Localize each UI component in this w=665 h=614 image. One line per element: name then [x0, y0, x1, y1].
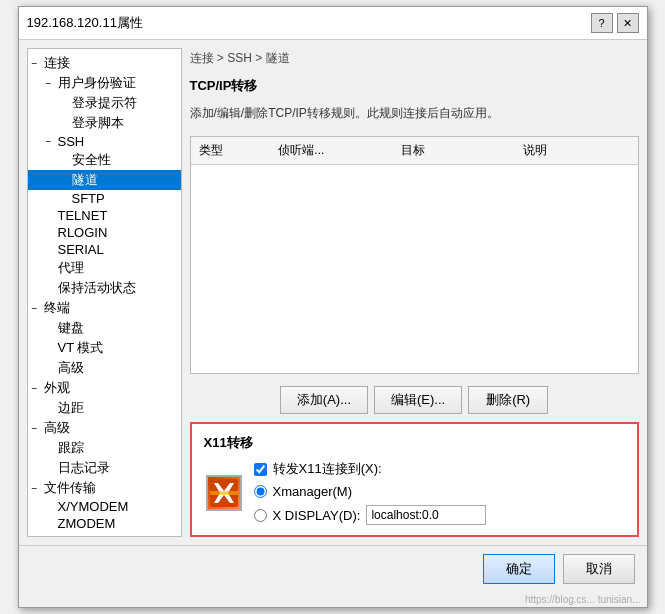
table-header: 类型侦听端...目标说明: [191, 137, 638, 165]
cancel-button[interactable]: 取消: [563, 554, 635, 584]
tree-indent: [32, 441, 46, 456]
tree-indent: [32, 116, 60, 131]
tree-toggle: −: [32, 423, 44, 434]
tree-indent: [32, 173, 60, 188]
tree-item-advanced[interactable]: 高级: [28, 358, 181, 378]
tree-item-serial[interactable]: SERIAL: [28, 241, 181, 258]
tree-toggle: −: [46, 78, 58, 89]
tree-item-sftp[interactable]: SFTP: [28, 190, 181, 207]
tree-indent: [32, 208, 46, 223]
tree-item-tunnel[interactable]: 隧道: [28, 170, 181, 190]
tree-item-label: 日志记录: [58, 459, 110, 477]
tree-item-label: 登录脚本: [72, 114, 124, 132]
tree-indent: [32, 499, 46, 514]
tree-item-connect[interactable]: −连接: [28, 53, 181, 73]
tree-item-keepalive[interactable]: 保持活动状态: [28, 278, 181, 298]
tree-item-vt-mode[interactable]: VT 模式: [28, 338, 181, 358]
tree-item-label: VT 模式: [58, 339, 104, 357]
tree-item-terminal[interactable]: −终端: [28, 298, 181, 318]
tree-item-advanced2[interactable]: −高级: [28, 418, 181, 438]
tree-item-label: 跟踪: [58, 439, 84, 457]
tree-toggle: −: [32, 483, 44, 494]
tree-indent: [32, 401, 46, 416]
tree-item-proxy[interactable]: 代理: [28, 258, 181, 278]
tree-item-ssh[interactable]: −SSH: [28, 133, 181, 150]
x11-section: X11转移: [190, 422, 639, 537]
x11-xdisplay-label[interactable]: X DISPLAY(D):: [273, 508, 361, 523]
tree-item-label: 键盘: [58, 319, 84, 337]
tree-item-label: 终端: [44, 299, 70, 317]
title-buttons: ? ✕: [591, 13, 639, 33]
content-area: −连接 −用户身份验证 登录提示符 登录脚本 −SSH 安全性 隧道 SFTP …: [19, 40, 647, 545]
tree-item-label: 高级: [44, 419, 70, 437]
tree-item-login-prompt[interactable]: 登录提示符: [28, 93, 181, 113]
x11-icon: [204, 473, 244, 513]
tree-item-label: 代理: [58, 259, 84, 277]
right-panel: 连接 > SSH > 隧道 TCP/IP转移 添加/编辑/删除TCP/IP转移规…: [190, 48, 639, 537]
tree-indent: [32, 281, 46, 296]
tree-item-label: 保持活动状态: [58, 279, 136, 297]
tree-toggle: −: [46, 136, 58, 147]
tree-item-label: 边距: [58, 399, 84, 417]
x11-forward-checkbox[interactable]: [254, 463, 267, 476]
tree-indent: [32, 153, 60, 168]
tree-toggle: −: [32, 383, 44, 394]
tree-indent: [32, 321, 46, 336]
svg-rect-2: [210, 491, 238, 495]
tree-item-xymodem[interactable]: X/YMODEM: [28, 498, 181, 515]
tree-item-tracking[interactable]: 跟踪: [28, 438, 181, 458]
tree-item-label: RLOGIN: [58, 225, 108, 240]
table-buttons: 添加(A)... 编辑(E)... 删除(R): [190, 386, 639, 414]
close-button[interactable]: ✕: [617, 13, 639, 33]
x11-xmanager-radio[interactable]: [254, 485, 267, 498]
tree-item-label: 高级: [58, 359, 84, 377]
tree-indent: [32, 76, 46, 91]
tree-item-rlogin[interactable]: RLOGIN: [28, 224, 181, 241]
add-button[interactable]: 添加(A)...: [280, 386, 368, 414]
tree-indent: [32, 242, 46, 257]
tree-item-label: 外观: [44, 379, 70, 397]
dialog-window: 192.168.120.11属性 ? ✕ −连接 −用户身份验证 登录提示符 登…: [18, 6, 648, 608]
x11-xdisplay-radio[interactable]: [254, 509, 267, 522]
tree-indent: [32, 96, 60, 111]
x11-xdisplay-input[interactable]: [366, 505, 486, 525]
tree-item-margin[interactable]: 边距: [28, 398, 181, 418]
tree-toggle: −: [32, 303, 44, 314]
tree-panel: −连接 −用户身份验证 登录提示符 登录脚本 −SSH 安全性 隧道 SFTP …: [27, 48, 182, 537]
tree-toggle: −: [32, 58, 44, 69]
x11-xdisplay-row: X DISPLAY(D):: [254, 505, 625, 525]
x11-forward-label[interactable]: 转发X11连接到(X):: [273, 460, 382, 478]
tree-item-keyboard[interactable]: 键盘: [28, 318, 181, 338]
tree-indent: [32, 134, 46, 149]
tree-item-telnet[interactable]: TELNET: [28, 207, 181, 224]
help-button[interactable]: ?: [591, 13, 613, 33]
x11-title: X11转移: [204, 434, 625, 452]
x11-row: 转发X11连接到(X): Xmanager(M) X DISPLAY(D):: [204, 460, 625, 525]
tree-indent: [32, 341, 46, 356]
tree-indent: [32, 225, 46, 240]
tree-item-appearance[interactable]: −外观: [28, 378, 181, 398]
tree-indent: [32, 361, 46, 376]
tree-item-label: 登录提示符: [72, 94, 137, 112]
delete-button[interactable]: 删除(R): [468, 386, 548, 414]
table-column-header: 目标: [393, 140, 515, 161]
tree-indent: [32, 461, 46, 476]
tree-item-zmodem[interactable]: ZMODEM: [28, 515, 181, 532]
ok-button[interactable]: 确定: [483, 554, 555, 584]
tree-indent: [32, 516, 46, 531]
tree-item-auth[interactable]: −用户身份验证: [28, 73, 181, 93]
title-bar: 192.168.120.11属性 ? ✕: [19, 7, 647, 40]
x11-xmanager-label[interactable]: Xmanager(M): [273, 484, 352, 499]
tree-item-login-script[interactable]: 登录脚本: [28, 113, 181, 133]
tree-item-label: TELNET: [58, 208, 108, 223]
tree-item-security[interactable]: 安全性: [28, 150, 181, 170]
watermark: https://blog.cs... tunisian...: [19, 592, 647, 607]
table-column-header: 侦听端...: [270, 140, 392, 161]
x11-xmanager-row: Xmanager(M): [254, 484, 625, 499]
tree-item-label: 安全性: [72, 151, 111, 169]
tree-item-logging[interactable]: 日志记录: [28, 458, 181, 478]
tree-item-file-transfer[interactable]: −文件传输: [28, 478, 181, 498]
tree-indent: [32, 191, 60, 206]
x11-forward-row: 转发X11连接到(X):: [254, 460, 625, 478]
edit-button[interactable]: 编辑(E)...: [374, 386, 462, 414]
